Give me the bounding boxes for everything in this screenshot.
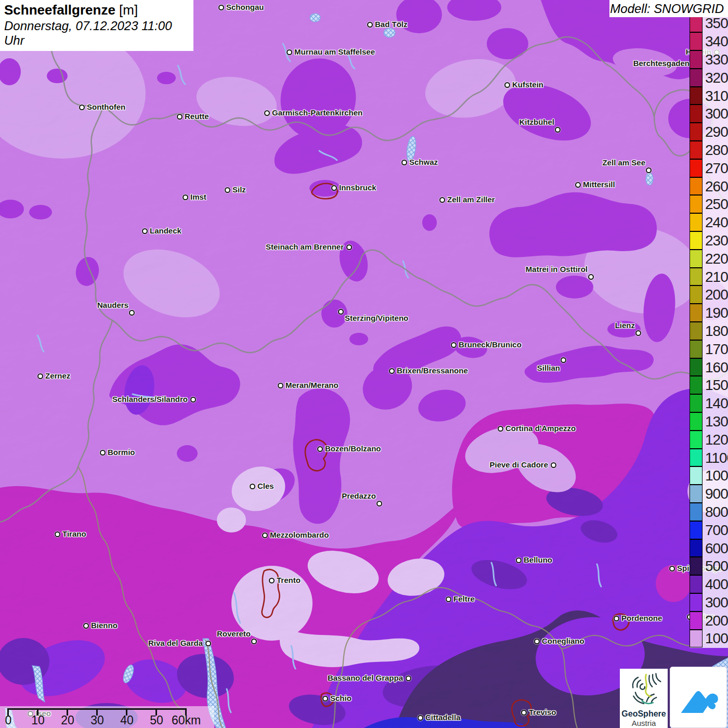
city-label: Mezzolombardo bbox=[270, 530, 329, 539]
city-marker bbox=[614, 616, 619, 621]
city-layer: SchongauBad TölzKemptenMurnau am Staffel… bbox=[0, 0, 728, 728]
city-label: Bormio bbox=[108, 448, 135, 457]
city-label: Feltre bbox=[453, 594, 475, 603]
city-label: Treviso bbox=[529, 708, 556, 717]
city-label: Bruneck/Brunico bbox=[459, 340, 522, 349]
city-marker bbox=[498, 426, 503, 432]
city-marker bbox=[516, 557, 522, 563]
city-label: Sterzing/Vipiteno bbox=[345, 314, 408, 322]
city-label: Bozen/Bolzano bbox=[325, 444, 381, 453]
city-marker bbox=[418, 715, 423, 721]
geosphere-logo-icon bbox=[625, 671, 662, 708]
city-label: Mittersill bbox=[583, 180, 615, 189]
city-marker bbox=[389, 368, 395, 374]
city-marker bbox=[287, 49, 292, 55]
city-marker bbox=[190, 397, 196, 402]
city-label: Schio bbox=[330, 694, 352, 703]
city-label: Bassano del Grappa bbox=[328, 673, 403, 682]
geosphere-austria-logo: GeoSphere Austria bbox=[620, 669, 668, 728]
city-label: Trento bbox=[277, 576, 301, 584]
city-marker bbox=[250, 484, 255, 489]
city-marker bbox=[534, 639, 540, 644]
city-label: Cittadella bbox=[425, 713, 461, 722]
city-label: Sillian bbox=[537, 363, 560, 372]
city-marker bbox=[129, 310, 135, 316]
city-label: Zernez bbox=[45, 371, 70, 380]
geosphere-logo-subtext: Austria bbox=[620, 719, 668, 727]
city-label: Sonthofen bbox=[87, 102, 125, 111]
city-label: Imst bbox=[190, 192, 206, 201]
snowfall-limit-map: BerchtesgadenSpilimbergoipoIseoHallein 3… bbox=[0, 0, 728, 728]
city-label: Zell am Ziller bbox=[447, 195, 495, 204]
city-marker bbox=[262, 532, 268, 538]
city-label: Schongau bbox=[226, 3, 264, 11]
city-marker bbox=[177, 114, 183, 120]
city-label: Bienno bbox=[91, 621, 118, 630]
city-marker bbox=[322, 696, 328, 701]
city-marker bbox=[346, 244, 352, 250]
city-marker bbox=[142, 228, 148, 234]
city-label: Schwaz bbox=[409, 158, 438, 166]
page-title: Schneefallgrenze [m] bbox=[4, 2, 189, 18]
city-label: Garmisch-Partenkirchen bbox=[272, 108, 362, 117]
geosphere-logo-text: GeoSphere bbox=[620, 709, 668, 719]
title-text: Schneefallgrenze bbox=[4, 2, 115, 18]
city-marker bbox=[205, 641, 211, 646]
city-marker bbox=[83, 623, 89, 629]
city-label: Cles bbox=[257, 482, 274, 490]
city-marker bbox=[367, 22, 373, 28]
city-label: Landeck bbox=[150, 226, 181, 235]
city-marker bbox=[555, 127, 561, 133]
city-label: Tirano bbox=[62, 529, 86, 538]
city-label: Belluno bbox=[524, 555, 552, 564]
city-marker bbox=[338, 309, 344, 315]
city-label: Kitzbühel bbox=[519, 118, 555, 126]
city-marker bbox=[406, 675, 411, 681]
city-label: Riva del Garda bbox=[148, 639, 203, 647]
city-label: Reutte bbox=[185, 112, 209, 121]
city-label: Steinach am Brenner bbox=[266, 242, 344, 251]
city-label: Rovereto bbox=[217, 629, 251, 638]
city-label: Murnau am Staffelsee bbox=[294, 47, 375, 56]
city-marker bbox=[251, 639, 257, 644]
city-label: Meran/Merano bbox=[285, 381, 339, 389]
city-label: Pordenone bbox=[621, 614, 662, 622]
city-marker bbox=[439, 197, 445, 203]
city-marker bbox=[278, 383, 283, 388]
city-label: Innsbruck bbox=[339, 183, 376, 192]
city-label: Zell am See bbox=[602, 158, 645, 167]
model-label: Modell: SNOWGRID bbox=[610, 2, 724, 16]
city-marker bbox=[561, 357, 566, 363]
city-label: Schlanders/Silandro bbox=[112, 395, 188, 404]
city-label: Silz bbox=[232, 185, 246, 194]
city-marker bbox=[100, 450, 106, 456]
title-unit: [m] bbox=[119, 2, 138, 18]
city-marker bbox=[504, 82, 510, 88]
city-label: Matrei in Osttirol bbox=[526, 265, 588, 274]
city-marker bbox=[551, 462, 556, 468]
city-label: Nauders bbox=[97, 301, 128, 309]
city-marker bbox=[37, 373, 43, 379]
city-label: Lienz bbox=[615, 321, 635, 330]
avalanche-report-logo bbox=[670, 667, 727, 728]
city-marker bbox=[376, 501, 382, 506]
city-marker bbox=[331, 185, 337, 191]
city-label: Kufstein bbox=[512, 80, 543, 89]
city-marker bbox=[269, 578, 275, 583]
title-box: Schneefallgrenze [m] Donnerstag, 07.12.2… bbox=[0, 0, 193, 51]
city-marker bbox=[183, 194, 188, 200]
city-marker bbox=[218, 5, 224, 10]
city-marker bbox=[264, 110, 270, 116]
city-marker bbox=[646, 167, 652, 173]
city-marker bbox=[446, 596, 451, 602]
blue-mountain-logo-icon bbox=[675, 674, 721, 720]
city-marker bbox=[588, 274, 594, 280]
city-marker bbox=[635, 330, 641, 336]
city-marker bbox=[225, 187, 230, 193]
city-marker bbox=[401, 160, 407, 165]
city-label: Bad Tölz bbox=[375, 20, 408, 29]
city-label: Pieve di Cadore bbox=[489, 460, 548, 469]
city-label: Cortina d'Ampezzo bbox=[505, 424, 576, 433]
city-marker bbox=[451, 342, 457, 348]
city-marker bbox=[55, 531, 60, 537]
